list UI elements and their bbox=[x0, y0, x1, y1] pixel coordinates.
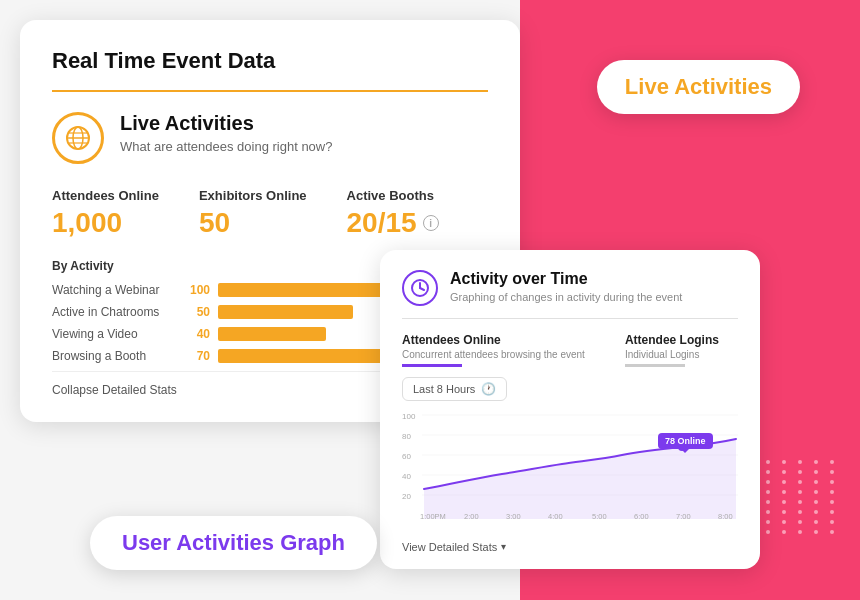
live-activities-badge: Live Activities bbox=[597, 60, 800, 114]
booths-value: 20/15 i bbox=[347, 207, 439, 239]
row-label: Watching a Webinar bbox=[52, 283, 172, 297]
svg-text:4:00: 4:00 bbox=[548, 512, 563, 521]
svg-text:5:00: 5:00 bbox=[592, 512, 607, 521]
bar bbox=[218, 327, 326, 341]
row-value: 100 bbox=[180, 283, 210, 297]
time-filter-button[interactable]: Last 8 Hours 🕐 bbox=[402, 377, 507, 401]
activity-card-text: Activity over Time Graphing of changes i… bbox=[450, 270, 682, 303]
activity-card-header: Activity over Time Graphing of changes i… bbox=[402, 270, 738, 319]
user-activities-badge: User Activities Graph bbox=[90, 516, 377, 570]
bar bbox=[218, 305, 353, 319]
live-subheading: What are attendees doing right now? bbox=[120, 139, 332, 154]
svg-text:8:00: 8:00 bbox=[718, 512, 733, 521]
stat-booths: Active Booths 20/15 i bbox=[347, 188, 439, 239]
bar bbox=[218, 349, 407, 363]
svg-line-7 bbox=[420, 288, 424, 290]
svg-text:80: 80 bbox=[402, 432, 411, 441]
divider bbox=[52, 90, 488, 92]
activity-title: Activity over Time bbox=[450, 270, 682, 288]
legend-logins-line bbox=[625, 364, 685, 367]
view-stats-button[interactable]: View Detailed Stats ▾ bbox=[402, 541, 738, 553]
stats-row: Attendees Online 1,000 Exhibitors Online… bbox=[52, 188, 488, 239]
chevron-down-icon: ▾ bbox=[501, 541, 506, 552]
attendees-label: Attendees Online bbox=[52, 188, 159, 203]
svg-text:1:00PM: 1:00PM bbox=[420, 512, 446, 521]
collapse-label: Collapse Detailed Stats bbox=[52, 383, 177, 397]
booths-label: Active Booths bbox=[347, 188, 439, 203]
clock-small-icon: 🕐 bbox=[481, 382, 496, 396]
svg-text:6:00: 6:00 bbox=[634, 512, 649, 521]
row-value: 40 bbox=[180, 327, 210, 341]
row-label: Viewing a Video bbox=[52, 327, 172, 341]
svg-text:100: 100 bbox=[402, 412, 416, 421]
dot-decoration bbox=[750, 460, 850, 580]
activity-subtitle: Graphing of changes in activity during t… bbox=[450, 291, 682, 303]
svg-text:3:00: 3:00 bbox=[506, 512, 521, 521]
svg-text:7:00: 7:00 bbox=[676, 512, 691, 521]
activity-card: Activity over Time Graphing of changes i… bbox=[380, 250, 760, 569]
row-label: Browsing a Booth bbox=[52, 349, 172, 363]
legend-logins: Attendee Logins Individual Logins bbox=[625, 333, 719, 367]
exhibitors-label: Exhibitors Online bbox=[199, 188, 307, 203]
main-card-title: Real Time Event Data bbox=[52, 48, 488, 74]
live-text: Live Activities What are attendees doing… bbox=[120, 112, 332, 154]
row-label: Active in Chatrooms bbox=[52, 305, 172, 319]
time-filter-label: Last 8 Hours bbox=[413, 383, 475, 395]
info-icon[interactable]: i bbox=[423, 215, 439, 231]
row-value: 50 bbox=[180, 305, 210, 319]
legend-attendees-label: Attendees Online bbox=[402, 333, 585, 347]
stat-attendees: Attendees Online 1,000 bbox=[52, 188, 159, 239]
view-stats-label: View Detailed Stats bbox=[402, 541, 497, 553]
live-section: Live Activities What are attendees doing… bbox=[52, 112, 488, 164]
svg-text:40: 40 bbox=[402, 472, 411, 481]
globe-icon bbox=[52, 112, 104, 164]
legend-logins-label: Attendee Logins bbox=[625, 333, 719, 347]
live-heading: Live Activities bbox=[120, 112, 332, 135]
legend-attendees: Attendees Online Concurrent attendees br… bbox=[402, 333, 585, 367]
legend-attendees-line bbox=[402, 364, 462, 367]
row-value: 70 bbox=[180, 349, 210, 363]
svg-text:2:00: 2:00 bbox=[464, 512, 479, 521]
svg-text:20: 20 bbox=[402, 492, 411, 501]
chart-legend: Attendees Online Concurrent attendees br… bbox=[402, 333, 738, 367]
legend-logins-sublabel: Individual Logins bbox=[625, 349, 719, 360]
live-badge-text: Live Activities bbox=[625, 74, 772, 99]
chart-area: 100 80 60 40 20 1:00PM 2:00 3:00 4:00 5:… bbox=[402, 409, 738, 533]
user-activities-text: User Activities Graph bbox=[122, 530, 345, 555]
svg-point-18 bbox=[678, 443, 686, 451]
exhibitors-value: 50 bbox=[199, 207, 307, 239]
attendees-value: 1,000 bbox=[52, 207, 159, 239]
line-chart: 100 80 60 40 20 1:00PM 2:00 3:00 4:00 5:… bbox=[402, 409, 738, 529]
stat-exhibitors: Exhibitors Online 50 bbox=[199, 188, 307, 239]
clock-icon bbox=[402, 270, 438, 306]
legend-attendees-sublabel: Concurrent attendees browsing the event bbox=[402, 349, 585, 360]
svg-text:60: 60 bbox=[402, 452, 411, 461]
